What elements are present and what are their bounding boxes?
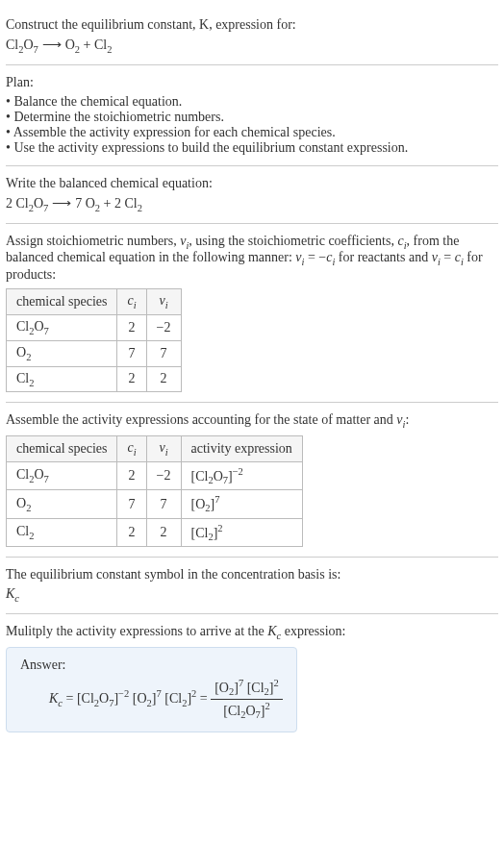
table-row: O2 7 7 [7, 340, 182, 366]
col-nu: νi [146, 436, 181, 462]
activity-heading: Assemble the activity expressions accoun… [6, 412, 498, 430]
plan-section: Plan: • Balance the chemical equation. •… [6, 65, 498, 166]
col-species: chemical species [7, 289, 117, 315]
plan-heading: Plan: [6, 75, 498, 90]
activity-section: Assemble the activity expressions accoun… [6, 403, 498, 558]
col-activity: activity expression [181, 436, 302, 462]
stoich-section: Assign stoichiometric numbers, νi, using… [6, 224, 498, 404]
result-heading: Mulitply the activity expressions to arr… [6, 624, 498, 641]
plan-bullet: • Balance the chemical equation. [6, 94, 498, 110]
fraction: [O2]7 [Cl2]2[Cl2O7]2 [211, 677, 283, 722]
balanced-heading: Write the balanced chemical equation: [6, 176, 498, 191]
table-row: Cl2O7 2 −2 [Cl2O7]−2 [7, 461, 303, 489]
plan-bullet: • Assemble the activity expression for e… [6, 125, 498, 140]
intro-section: Construct the equilibrium constant, K, e… [6, 8, 498, 65]
table-row: Cl2O7 2 −2 [7, 314, 182, 340]
table-header-row: chemical species ci νi activity expressi… [7, 436, 303, 462]
table-row: O2 7 7 [O2]7 [7, 490, 303, 518]
col-c: ci [117, 289, 146, 315]
intro-text: Construct the equilibrium constant, K, e… [6, 17, 296, 32]
table-row: Cl2 2 2 [7, 366, 182, 392]
balanced-equation: 2 Cl2O7 ⟶ 7 O2 + 2 Cl2 [6, 195, 498, 213]
balanced-section: Write the balanced chemical equation: 2 … [6, 166, 498, 224]
arrow-icon: ⟶ [38, 37, 65, 52]
stoich-table: chemical species ci νi Cl2O7 2 −2 O2 7 7… [6, 288, 182, 392]
symbol-kc: Kc [6, 586, 498, 604]
answer-box: Answer: Kc = [Cl2O7]−2 [O2]7 [Cl2]2 = [O… [6, 647, 297, 732]
answer-expression: Kc = [Cl2O7]−2 [O2]7 [Cl2]2 = [O2]7 [Cl2… [20, 677, 283, 722]
answer-label: Answer: [20, 657, 283, 673]
col-c: ci [117, 436, 146, 462]
intro-line: Construct the equilibrium constant, K, e… [6, 17, 498, 33]
result-section: Mulitply the activity expressions to arr… [6, 614, 498, 742]
intro-reaction: Cl2O7 ⟶ O2 + Cl2 [6, 37, 498, 55]
plan-bullet: • Determine the stoichiometric numbers. [6, 110, 498, 125]
table-row: Cl2 2 2 [Cl2]2 [7, 518, 303, 546]
arrow-icon: ⟶ [48, 195, 75, 211]
plan-bullet: • Use the activity expressions to build … [6, 140, 498, 156]
symbol-section: The equilibrium constant symbol in the c… [6, 558, 498, 614]
col-species: chemical species [7, 436, 117, 462]
activity-table: chemical species ci νi activity expressi… [6, 435, 303, 547]
symbol-text: The equilibrium constant symbol in the c… [6, 567, 498, 583]
table-header-row: chemical species ci νi [7, 289, 182, 315]
col-nu: νi [146, 289, 181, 315]
stoich-paragraph: Assign stoichiometric numbers, νi, using… [6, 234, 498, 284]
